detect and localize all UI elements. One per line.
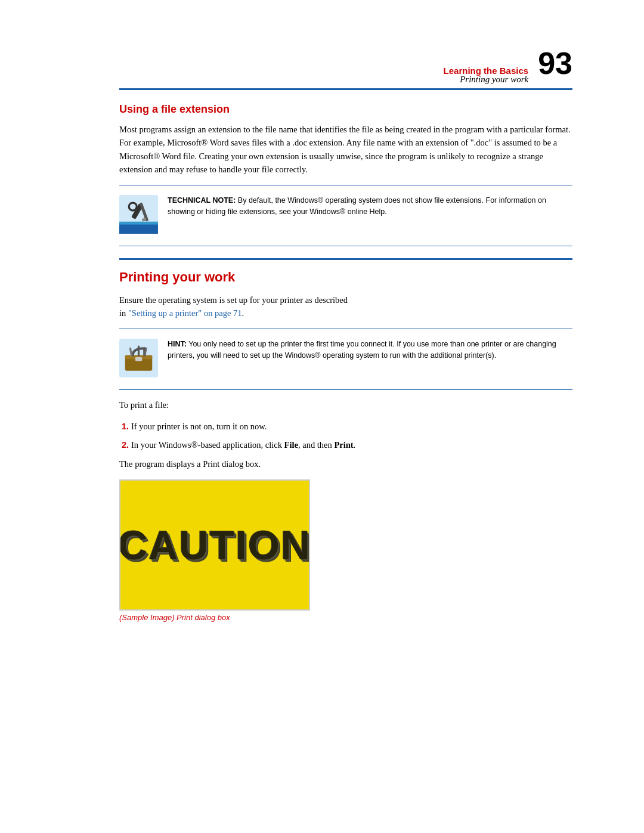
hint-body: You only need to set up the printer the …: [168, 340, 556, 360]
svg-rect-12: [138, 345, 140, 356]
intro-period: .: [242, 308, 244, 318]
note-text: TECHNICAL NOTE: By default, the Windows®…: [168, 195, 572, 218]
print-step-2: In your Windows®-based application, clic…: [131, 438, 572, 451]
printer-setup-link[interactable]: "Setting up a printer" on page 71: [128, 308, 242, 318]
section-divider: [119, 258, 572, 260]
note-label: TECHNICAL NOTE:: [168, 196, 236, 205]
intro-text2: in: [119, 308, 128, 318]
print-step-1: If your printer is not on, turn it on no…: [131, 420, 572, 433]
technical-note-box: TECHNICAL NOTE: By default, the Windows®…: [119, 185, 572, 246]
intro-text: Ensure the operating system is set up fo…: [119, 295, 348, 305]
note-divider-top: [119, 185, 572, 185]
hint-icon: [119, 339, 158, 380]
header-rule: [119, 88, 572, 90]
svg-rect-5: [119, 223, 158, 234]
after-steps-text: The program displays a Print dialog box.: [119, 457, 572, 470]
to-print-label: To print a file:: [119, 398, 572, 411]
main-content: Using a file extension Most programs ass…: [0, 103, 644, 622]
section1-heading: Using a file extension: [119, 103, 572, 116]
header-top-line: Learning the Basics Printing your work 9…: [444, 48, 572, 85]
section1-body: Most programs assign an extension to the…: [119, 123, 572, 176]
hint-box-wrapper: HINT: You only need to set up the printe…: [119, 329, 572, 390]
page-number: 93: [538, 48, 572, 79]
caution-sign-text: CAUTION: [119, 522, 310, 568]
svg-rect-6: [119, 222, 158, 225]
hint-divider-top: [119, 329, 572, 329]
hint-divider-bottom: [119, 389, 572, 390]
caution-image-wrapper: CAUTION (Sample Image) Print dialog box: [119, 479, 310, 622]
note-box: TECHNICAL NOTE: By default, the Windows®…: [119, 195, 572, 236]
page: Learning the Basics Printing your work 9…: [0, 0, 644, 833]
section2-intro: Ensure the operating system is set up fo…: [119, 293, 572, 320]
hint-box: HINT: You only need to set up the printe…: [119, 339, 572, 380]
hint-content: HINT: You only need to set up the printe…: [168, 339, 572, 361]
section2-heading: Printing your work: [119, 270, 572, 285]
page-header: Learning the Basics Printing your work 9…: [0, 48, 644, 85]
caution-image: CAUTION: [119, 479, 310, 611]
print-steps-list: If your printer is not on, turn it on no…: [119, 420, 572, 451]
hint-text: HINT: You only need to set up the printe…: [168, 339, 572, 361]
caution-caption: (Sample Image) Print dialog box: [119, 613, 310, 622]
hint-label: HINT:: [168, 340, 187, 348]
header-subtitle: Printing your work: [460, 75, 528, 85]
svg-rect-10: [135, 357, 142, 361]
tools-icon: [119, 195, 158, 236]
note-divider-bottom: [119, 246, 572, 246]
note-content: TECHNICAL NOTE: By default, the Windows®…: [168, 195, 572, 218]
